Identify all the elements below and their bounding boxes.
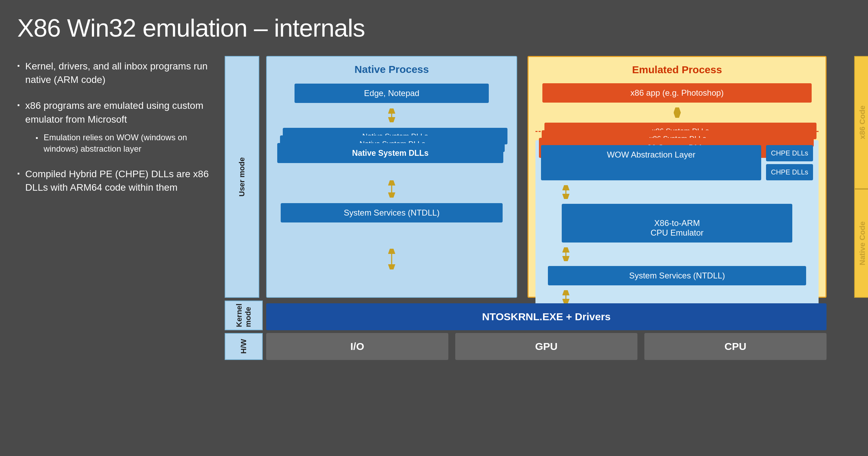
bullet-1: ▪ Kernel, drivers, and all inbox program… <box>17 59 211 86</box>
cpu-box: CPU <box>644 333 827 360</box>
chpe-box-1: CHPE DLLs <box>766 145 813 161</box>
edge-notepad-box: Edge, Notepad <box>295 84 489 103</box>
wow-layer-box: WOW Abstraction Layer <box>541 145 761 180</box>
gpu-box: GPU <box>455 333 637 360</box>
native-code-label: Native Code <box>854 189 868 298</box>
bullet-dot-1: ▪ <box>17 61 20 86</box>
user-mode-label: User mode <box>225 56 259 298</box>
bullet-text-2: x86 programs are emulated using custom e… <box>25 100 203 124</box>
chpe-box-2: CHPE DLLs <box>766 164 813 180</box>
bullet-text-1: Kernel, drivers, and all inbox programs … <box>25 59 211 86</box>
left-panel: ▪ Kernel, drivers, and all inbox program… <box>17 56 211 446</box>
main-content: ▪ Kernel, drivers, and all inbox program… <box>17 56 851 446</box>
x86-code-label: x86 Code <box>854 56 868 189</box>
page-title: X86 Win32 emulation – internals <box>17 14 851 42</box>
emulated-process-title: Emulated Process <box>535 64 819 76</box>
kernel-mode-label: Kernel mode <box>225 301 263 330</box>
bullet-dot-3: ▪ <box>17 169 20 194</box>
hw-label: H/W <box>225 333 263 360</box>
cpu-emulator-box: X86-to-ARM CPU Emulator <box>562 204 792 243</box>
kernel-bar: NTOSKRNL.EXE + Drivers <box>266 303 827 330</box>
io-box: I/O <box>266 333 448 360</box>
emulated-lower-section: WOW Abstraction Layer CHPE DLLs CHPE DLL… <box>535 140 819 309</box>
bullet-3: ▪ Compiled Hybrid PE (CHPE) DLLs are x86… <box>17 167 211 194</box>
right-panel: User mode Native Process Edge, Notepad <box>225 56 851 446</box>
native-ntdll-box: System Services (NTDLL) <box>281 203 503 222</box>
sub-bullet-1: ▪ Emulation relies on WOW (windows on wi… <box>36 132 211 155</box>
native-process-title: Native Process <box>274 64 510 75</box>
sub-bullet-dot-1: ▪ <box>36 133 38 155</box>
sub-bullet-text-1: Emulation relies on WOW (windows on wind… <box>44 132 211 155</box>
emulated-process-box: Emulated Process x86 app (e.g. Photoshop… <box>528 56 827 298</box>
native-process-box: Native Process Edge, Notepad Native Syst… <box>266 56 517 298</box>
chpe-stack: CHPE DLLs CHPE DLLs <box>766 145 813 180</box>
bullet-text-3: Compiled Hybrid PE (CHPE) DLLs are x86 D… <box>25 167 211 194</box>
bullet-2: ▪ x86 programs are emulated using custom… <box>17 99 211 155</box>
emulated-ntdll-box: System Services (NTDLL) <box>548 266 806 285</box>
x86-app-box: x86 app (e.g. Photoshop) <box>542 83 812 103</box>
native-dll-box-3: Native System DLLs <box>277 143 503 163</box>
bullet-dot-2: ▪ <box>17 100 20 155</box>
